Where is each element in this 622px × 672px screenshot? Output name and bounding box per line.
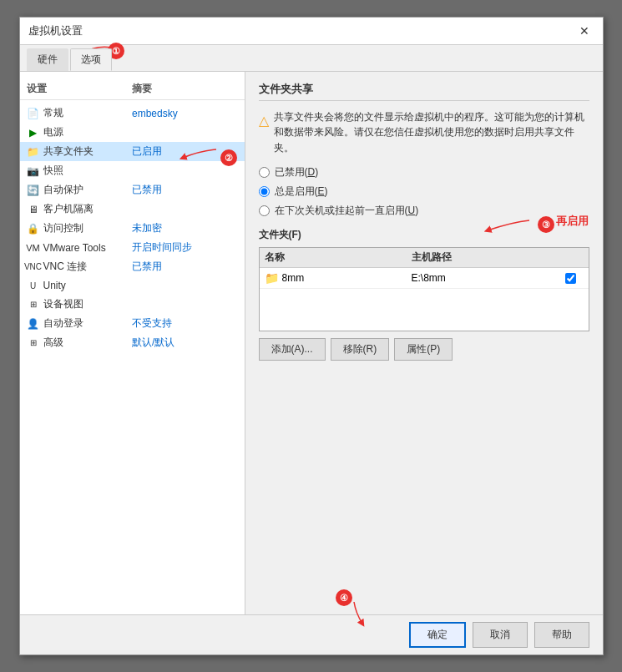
help-button[interactable]: 帮助 bbox=[534, 622, 589, 648]
radio-disabled[interactable] bbox=[259, 167, 270, 178]
setting-name-advanced: 高级 bbox=[43, 336, 63, 350]
general-icon: 📄 bbox=[27, 107, 40, 120]
autologin-icon: 👤 bbox=[27, 317, 40, 331]
radio-group-sharing: 已禁用(D) 总是启用(E) 在下次关机或挂起前一直启用(U) bbox=[259, 165, 589, 218]
radio-always-enabled[interactable] bbox=[259, 186, 270, 197]
table-row[interactable]: 📁 8mm E:\8mm bbox=[260, 268, 589, 289]
folder-table-header: 名称 主机路径 bbox=[260, 248, 589, 268]
setting-row-vnc[interactable]: VNC VNC 连接 已禁用 bbox=[20, 257, 245, 276]
setting-row-vmware-tools[interactable]: VM VMware Tools 开启时间同步 bbox=[20, 238, 245, 257]
setting-value-autologin: 不受支持 bbox=[132, 316, 238, 331]
radio-until-poweroff[interactable] bbox=[259, 205, 270, 216]
warning-box: △ 共享文件夹会将您的文件显示给虚拟机中的程序。这可能为您的计算机和数据带来风险… bbox=[259, 109, 589, 155]
device-view-icon: ⊞ bbox=[27, 298, 40, 311]
folder-name: 8mm bbox=[282, 272, 305, 284]
setting-row-autologin[interactable]: 👤 自动登录 不受支持 bbox=[20, 314, 245, 333]
vmware-tools-icon: VM bbox=[27, 241, 40, 255]
folder-path: E:\8mm bbox=[412, 272, 559, 284]
setting-row-shared-folders[interactable]: 📁 共享文件夹 已启用 bbox=[20, 142, 245, 161]
vnc-icon: VNC bbox=[27, 260, 40, 274]
radio-label-disabled: 已禁用(D) bbox=[275, 165, 319, 179]
setting-value-autoprotect: 已禁用 bbox=[132, 183, 238, 197]
setting-name-vnc: VNC 连接 bbox=[43, 260, 88, 274]
col-summary-header: 摘要 bbox=[132, 82, 238, 96]
folder-buttons: 添加(A)... 移除(R) 属性(P) bbox=[259, 338, 589, 361]
col-settings-header: 设置 bbox=[27, 82, 133, 96]
setting-row-access-control[interactable]: 🔒 访问控制 未加密 bbox=[20, 219, 245, 238]
setting-name-vmware-tools: VMware Tools bbox=[43, 242, 106, 254]
folder-table-container: 名称 主机路径 📁 8mm E:\8mm bbox=[259, 247, 589, 331]
setting-row-advanced[interactable]: ⊞ 高级 默认/默认 bbox=[20, 333, 245, 352]
setting-row-power[interactable]: ▶ 电源 bbox=[20, 123, 245, 142]
setting-name-snapshot: 快照 bbox=[43, 164, 63, 178]
setting-name-access-control: 访问控制 bbox=[43, 221, 83, 235]
setting-name-guest-isolation: 客户机隔离 bbox=[43, 202, 94, 216]
setting-row-general[interactable]: 📄 常规 embedsky bbox=[20, 104, 245, 123]
radio-label-until-poweroff: 在下次关机或挂起前一直启用(U) bbox=[275, 204, 419, 218]
setting-name-power: 电源 bbox=[43, 125, 63, 139]
advanced-icon: ⊞ bbox=[27, 336, 40, 350]
unity-icon: U bbox=[27, 279, 40, 292]
settings-list: 设置 摘要 📄 常规 embedsky ▶ 电源 📁 bbox=[20, 72, 245, 614]
folder-row-icon: 📁 bbox=[265, 271, 279, 285]
setting-row-device-view[interactable]: ⊞ 设备视图 bbox=[20, 295, 245, 314]
setting-value-general: embedsky bbox=[132, 108, 238, 119]
section-title: 文件夹共享 bbox=[259, 82, 589, 101]
access-control-icon: 🔒 bbox=[27, 222, 40, 235]
setting-row-autoprotect[interactable]: 🔄 自动保护 已禁用 bbox=[20, 180, 245, 200]
cancel-button[interactable]: 取消 bbox=[473, 622, 528, 648]
bottom-bar: 确定 取消 帮助 bbox=[20, 614, 603, 654]
annotation-label-3: 再启用 bbox=[556, 214, 589, 229]
add-button[interactable]: 添加(A)... bbox=[259, 338, 326, 361]
setting-value-vnc: 已禁用 bbox=[132, 260, 238, 274]
tab-hardware[interactable]: 硬件 bbox=[27, 48, 68, 71]
folder-enabled-checkbox[interactable] bbox=[565, 273, 576, 284]
confirm-button[interactable]: 确定 bbox=[409, 622, 466, 648]
dialog-title: 虚拟机设置 bbox=[28, 23, 83, 38]
col-check-header bbox=[559, 250, 584, 265]
radio-item-disabled[interactable]: 已禁用(D) bbox=[259, 165, 589, 179]
power-icon: ▶ bbox=[27, 126, 40, 139]
setting-name-autologin: 自动登录 bbox=[43, 316, 83, 331]
setting-value-access-control: 未加密 bbox=[132, 221, 238, 235]
tab-bar: 硬件 选项 bbox=[20, 45, 603, 72]
radio-label-always-enabled: 总是启用(E) bbox=[275, 184, 328, 199]
setting-name-device-view: 设备视图 bbox=[43, 297, 83, 311]
remove-button[interactable]: 移除(R) bbox=[331, 338, 390, 361]
setting-row-snapshot[interactable]: 📷 快照 bbox=[20, 161, 245, 180]
autoprotect-icon: 🔄 bbox=[27, 184, 40, 197]
setting-name-general: 常规 bbox=[43, 106, 63, 120]
setting-value-vmware-tools: 开启时间同步 bbox=[132, 240, 238, 255]
warning-icon: △ bbox=[259, 110, 269, 155]
setting-name-autoprotect: 自动保护 bbox=[43, 183, 83, 197]
shared-folders-icon: 📁 bbox=[27, 145, 40, 159]
warning-text: 共享文件夹会将您的文件显示给虚拟机中的程序。这可能为您的计算机和数据带来风险。请… bbox=[274, 109, 589, 155]
col-name-header: 名称 bbox=[265, 250, 412, 265]
setting-name-unity: Unity bbox=[43, 280, 66, 291]
right-panel: 文件夹共享 △ 共享文件夹会将您的文件显示给虚拟机中的程序。这可能为您的计算机和… bbox=[245, 72, 603, 614]
annotation-circle-2: ② bbox=[220, 149, 237, 166]
tab-options[interactable]: 选项 bbox=[70, 48, 112, 71]
setting-value-advanced: 默认/默认 bbox=[132, 336, 238, 350]
col-path-header: 主机路径 bbox=[412, 250, 559, 265]
radio-item-always-enabled[interactable]: 总是启用(E) bbox=[259, 184, 589, 199]
guest-isolation-icon: 🖥 bbox=[27, 203, 40, 216]
setting-name-shared-folders: 共享文件夹 bbox=[43, 144, 94, 159]
annotation-circle-3: ③ bbox=[538, 216, 554, 233]
radio-item-until-poweroff[interactable]: 在下次关机或挂起前一直启用(U) bbox=[259, 204, 589, 218]
setting-row-guest-isolation[interactable]: 🖥 客户机隔离 bbox=[20, 200, 245, 219]
properties-button[interactable]: 属性(P) bbox=[394, 338, 453, 361]
close-button[interactable]: ✕ bbox=[574, 23, 594, 39]
annotation-circle-4: ④ bbox=[336, 589, 352, 606]
snapshot-icon: 📷 bbox=[27, 164, 40, 178]
setting-row-unity[interactable]: U Unity bbox=[20, 276, 245, 295]
